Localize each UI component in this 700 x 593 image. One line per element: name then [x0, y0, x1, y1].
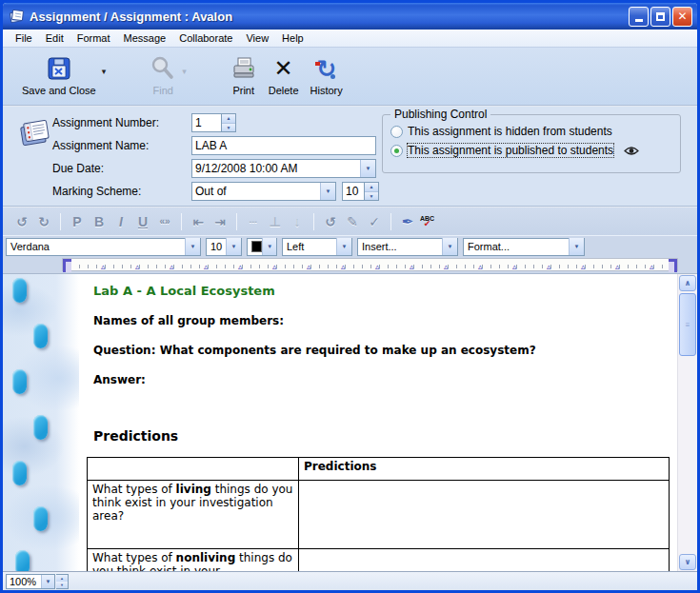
paragraph-icon[interactable]: P [68, 215, 87, 228]
zoom-spinner[interactable]: ▲ ▼ [56, 574, 69, 589]
assignment-form: Assignment Number: 1 ▲ ▼ Assignment Name… [3, 107, 697, 206]
menu-help[interactable]: Help [275, 30, 310, 46]
font-size-value: 10 [210, 241, 222, 252]
radio-published-icon[interactable] [390, 145, 403, 157]
question-paragraph: Question: What components are required t… [93, 344, 668, 357]
due-date-combo[interactable]: 9/12/2008 10:00 AM ▼ [191, 159, 376, 178]
ruler-row: ▵▵▵▵▵▵▵▵▵▵▵▵▵▵▵▵▵ [3, 257, 697, 273]
spin-up-icon[interactable]: ▲ [365, 183, 378, 192]
close-button[interactable]: ✕ [672, 7, 692, 27]
find-icon [150, 53, 176, 84]
marking-points-spinner[interactable]: ▲ ▼ [365, 182, 379, 201]
delete-button[interactable]: ✕ Delete [263, 51, 305, 98]
underline-icon[interactable]: U [133, 215, 152, 228]
assignment-name-label: Assignment Name: [52, 139, 149, 152]
history-button[interactable]: ↻ History [305, 51, 349, 98]
scroll-thumb[interactable]: ≡ [679, 293, 696, 356]
format-combo[interactable]: Format... ▼ [463, 238, 585, 256]
save-and-close-button[interactable]: Save and Close [16, 51, 102, 98]
spin-down-icon[interactable]: ▼ [56, 582, 68, 588]
insert-combo[interactable]: Insert... ▼ [357, 238, 458, 256]
nonliving-answer-cell[interactable] [299, 549, 670, 572]
outdent-icon[interactable]: ⇤ [189, 215, 208, 228]
assignment-number-value[interactable]: 1 [191, 113, 222, 132]
indent-icon[interactable]: ⇥ [210, 215, 230, 228]
menu-collaborate[interactable]: Collaborate [172, 30, 239, 46]
menu-view[interactable]: View [239, 30, 275, 46]
spin-down-icon[interactable]: ▼ [222, 124, 235, 132]
answer-paragraph: Answer: [93, 373, 668, 386]
marking-scheme-combo[interactable]: Out of ▼ [191, 182, 336, 201]
spellcheck-icon[interactable]: ABC ✔ [420, 215, 434, 228]
spin-down-icon[interactable]: ▼ [365, 192, 378, 201]
radio-hidden-label[interactable]: This assignment is hidden from students [408, 125, 612, 138]
radio-hidden-option[interactable]: This assignment is hidden from students [390, 125, 612, 138]
minimize-button[interactable] [629, 7, 649, 27]
check-icon[interactable]: ✓ [365, 215, 384, 228]
menu-message[interactable]: Message [117, 30, 173, 46]
spin-up-icon[interactable]: ▲ [222, 114, 235, 124]
font-size-combo[interactable]: 10 ▼ [206, 238, 242, 256]
save-dropdown-icon[interactable]: ▾ [102, 67, 107, 76]
align-arrow-icon[interactable]: ▼ [336, 238, 351, 255]
status-bar: 100% ▼ ▲ ▼ [3, 571, 697, 590]
right-margin-marker[interactable] [669, 259, 677, 272]
align-combo[interactable]: Left ▼ [282, 238, 352, 256]
menu-format[interactable]: Format [70, 30, 117, 46]
living-answer-cell[interactable] [299, 481, 670, 549]
document-editor[interactable]: Lab A - A Local Ecosystem Names of all g… [79, 274, 677, 571]
format-value: Format... [468, 241, 510, 252]
eye-icon [624, 146, 639, 156]
due-date-arrow-icon[interactable]: ▼ [360, 160, 375, 177]
due-date-field[interactable]: 9/12/2008 10:00 AM ▼ [191, 159, 376, 178]
radio-published-option[interactable]: This assignment is published to students [390, 144, 639, 157]
font-color-combo[interactable]: ▼ [247, 238, 277, 256]
bold-icon[interactable]: B [90, 215, 109, 228]
radio-hidden-icon[interactable] [390, 126, 403, 138]
due-date-label: Due Date: [52, 162, 104, 175]
font-family-arrow-icon[interactable]: ▼ [185, 238, 200, 255]
print-button[interactable]: Print [225, 51, 263, 98]
italic-icon[interactable]: I [111, 215, 130, 228]
find-label: Find [153, 85, 173, 96]
rotate-icon[interactable]: ↺ [321, 215, 340, 228]
assignment-name-value[interactable]: LAB A [191, 136, 376, 155]
font-family-combo[interactable]: Verdana ▼ [6, 238, 201, 256]
zoom-arrow-icon[interactable]: ▼ [41, 575, 54, 588]
assignment-name-field[interactable]: LAB A [191, 136, 376, 155]
marking-scheme-value: Out of [195, 185, 227, 198]
save-icon [46, 53, 72, 84]
signature-icon[interactable]: ✒ [398, 214, 417, 228]
format-arrow-icon[interactable]: ▼ [569, 238, 584, 255]
zoom-combo[interactable]: 100% ▼ [6, 574, 55, 589]
left-margin-marker[interactable] [63, 259, 71, 272]
assignment-number-field[interactable]: 1 ▲ ▼ [191, 113, 236, 132]
publishing-control-group: Publishing Control This assignment is hi… [382, 114, 681, 173]
special-characters-icon[interactable]: «» [155, 217, 174, 227]
app-window: Assignment / Assignment : Avalon ✕ File … [0, 0, 700, 593]
marking-scheme-arrow-icon[interactable]: ▼ [320, 183, 335, 200]
due-date-value: 9/12/2008 10:00 AM [195, 162, 297, 175]
spin-up-icon[interactable]: ▲ [56, 575, 68, 582]
menu-file[interactable]: File [9, 30, 39, 46]
menu-edit[interactable]: Edit [39, 30, 70, 46]
pencil-icon[interactable]: ✎ [343, 215, 362, 228]
marking-scheme-field[interactable]: Out of ▼ 10 ▲ ▼ [191, 182, 379, 201]
assignment-number-spinner[interactable]: ▲ ▼ [222, 113, 236, 132]
scroll-up-button[interactable]: ∧ [679, 275, 696, 291]
title-bar: Assignment / Assignment : Avalon ✕ [3, 3, 697, 30]
history-icon: ↻ [316, 57, 336, 81]
scroll-down-button[interactable]: ∨ [679, 554, 696, 570]
undo-icon[interactable]: ↺ [12, 215, 31, 228]
print-icon [230, 53, 257, 84]
marking-points-value[interactable]: 10 [342, 182, 365, 201]
document-heading: Lab A - A Local Ecosystem [93, 284, 668, 298]
font-size-arrow-icon[interactable]: ▼ [226, 238, 241, 255]
redo-icon[interactable]: ↻ [34, 215, 53, 228]
binding-pills [3, 274, 79, 571]
font-color-arrow-icon[interactable]: ▼ [262, 238, 276, 255]
radio-published-label[interactable]: This assignment is published to students [408, 144, 613, 157]
insert-arrow-icon[interactable]: ▼ [442, 238, 457, 255]
vertical-scrollbar[interactable]: ∧ ≡ ∨ [677, 274, 697, 571]
maximize-button[interactable] [650, 7, 670, 27]
